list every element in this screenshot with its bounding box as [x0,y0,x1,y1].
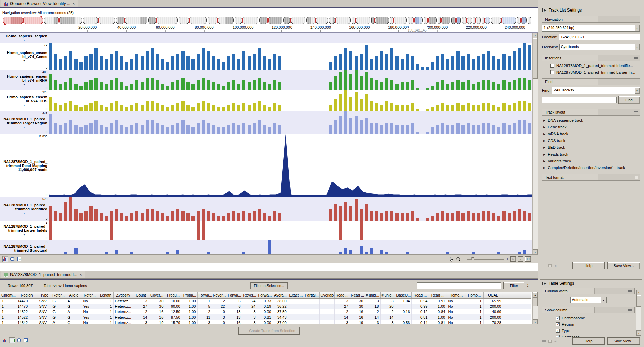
table-cell[interactable]: 0.84 [429,309,447,314]
column-header[interactable]: Cover... [149,292,165,298]
column-header[interactable]: Avera... [273,292,288,298]
scroll-down-icon[interactable]: ▼ [533,319,538,324]
chromosome-ideogram-8[interactable] [235,17,258,24]
table-cell[interactable]: G [66,314,82,320]
track-label-gutter[interactable]: 11,8300NA12878MOD_1_paired_trimmed Read … [0,134,49,197]
table-cell[interactable]: 0.12 [411,309,429,314]
expand-icon[interactable]: ▶ [543,160,545,163]
table-cell[interactable]: 38.00 [273,298,288,304]
find-button[interactable]: Find [618,96,640,104]
table-cell[interactable]: 87.50 [165,314,182,320]
table-cell[interactable]: 3 [242,320,257,324]
pointer-tool-icon[interactable] [449,257,454,262]
table-cell[interactable]: 13 [227,314,242,320]
find-scope-select[interactable]: <All Tracks> ▼ [552,87,640,94]
track-plot[interactable] [49,90,533,111]
table-cell[interactable]: SNV [38,304,51,309]
table-cell[interactable]: 0 [212,309,227,314]
column-header[interactable]: Refer... [51,292,66,298]
table-cell[interactable]: 2 [197,309,212,314]
table-cell[interactable]: 24 [242,304,257,309]
table-cell[interactable]: No [82,309,98,314]
table-cell[interactable]: 1 [0,320,16,324]
table-cell[interactable] [304,298,319,304]
table-cell[interactable] [288,314,304,320]
table-cell[interactable]: 1.00 [429,314,447,320]
chromosome-ideogram-25[interactable] [528,17,531,24]
table-cell[interactable]: 1 [98,320,113,324]
column-header[interactable]: Rever... [212,292,227,298]
table-cell[interactable]: 1 [0,309,16,314]
filter-options-chevron-icon[interactable]: ▲▼ [527,284,529,288]
table-cell[interactable]: 1 [98,309,113,314]
table-cell[interactable] [288,309,304,314]
table-cell[interactable]: 16 [350,314,365,320]
chromosome-ideogram-11[interactable] [306,17,328,24]
chromosome-ideogram-2[interactable] [44,17,82,24]
column-width-group-header[interactable]: Column width [542,288,635,294]
table-cell[interactable]: 3 [334,320,350,324]
tab-variant-table[interactable]: NA12878MOD_1_paired_trimmed I... × [1,271,85,278]
tab-genome-browser-view[interactable]: Genome Browser View Identify ... × [1,0,78,7]
table-cell[interactable]: SNV [38,309,51,314]
table-cell[interactable]: A [51,320,66,324]
table-cell[interactable]: 16 [149,309,165,314]
table-cell[interactable]: 12.50 [165,309,182,314]
overview-icon[interactable] [16,337,22,343]
minimize-panel-icon[interactable] [542,340,546,342]
table-cell[interactable]: 6 [227,298,242,304]
collapse-group-icon[interactable] [628,290,632,292]
table-cell[interactable]: 1.00 [182,320,197,324]
table-cell[interactable]: 1.00 [182,314,197,320]
table-cell[interactable]: 19 [149,320,165,324]
chromosome-select[interactable]: 1 (249,250,621bp) ▼ [542,25,640,32]
table-cell[interactable]: 11 [197,314,212,320]
fit-width-button[interactable]: ↔ [518,256,523,262]
chromosome-ideogram-13[interactable] [352,17,370,24]
track-plot[interactable] [49,111,533,134]
table-cell[interactable]: 30 [149,298,165,304]
table-cell[interactable]: 1.00 [182,309,197,314]
table-cell[interactable]: 27 [334,304,350,309]
table-cell[interactable]: 200.00 [483,304,503,309]
checkbox-unchecked[interactable] [550,70,554,74]
help-button[interactable]: Help [572,337,605,345]
column-header[interactable]: Read ... [350,292,365,298]
table-cell[interactable]: 22 [212,304,227,309]
column-header[interactable]: Type [38,292,51,298]
table-cell[interactable]: 14 [334,314,350,320]
table-cell[interactable]: 65.99 [483,298,503,304]
column-header[interactable]: Exact ... [288,292,304,298]
track-layout-item[interactable]: ▶Gene track [543,125,640,129]
table-cell[interactable]: 6 [227,304,242,309]
chromosome-ideogram-16[interactable] [408,17,423,24]
table-cell[interactable] [319,309,334,314]
collapse-group-icon[interactable] [628,309,632,311]
table-cell[interactable]: 0.54 [411,298,429,304]
table-cell[interactable]: 40.69 [483,309,503,314]
chromosome-ideogram-6[interactable] [179,17,207,24]
create-track-from-selection-button[interactable]: Create Track from Selection [238,327,299,335]
table-cell[interactable]: 30 [350,304,365,309]
track-plot[interactable] [49,197,533,221]
table-cell[interactable]: 3 [365,298,380,304]
column-header[interactable]: Read ... [334,292,350,298]
table-cell[interactable]: 2 [380,309,395,314]
chromosome-ideogram-5[interactable] [148,17,178,24]
track-dropdown-icon[interactable]: ▾ [1,233,47,236]
column-header[interactable]: Proba... [182,292,197,298]
scrollbar-thumb[interactable] [636,295,641,307]
table-cell[interactable]: 0.00 [257,309,273,314]
scrollbar-thumb[interactable] [533,298,538,306]
table-cell[interactable]: SNV [38,314,51,320]
track-layout-item[interactable]: ▶BED track [543,145,640,149]
table-cell[interactable]: 1 [466,304,483,309]
find-group-header[interactable]: Find [542,78,640,85]
table-cell[interactable]: 0.81 [411,314,429,320]
table-cell[interactable]: SNV [38,298,51,304]
table-cell[interactable]: G [51,298,66,304]
track-label-gutter[interactable]: 4410NA12878MOD_1_paired_trimmed Target R… [0,111,49,134]
column-header[interactable]: Read ... [429,292,447,298]
chromosome-ideogram-21[interactable] [473,17,481,24]
column-header[interactable]: Partial... [304,292,319,298]
